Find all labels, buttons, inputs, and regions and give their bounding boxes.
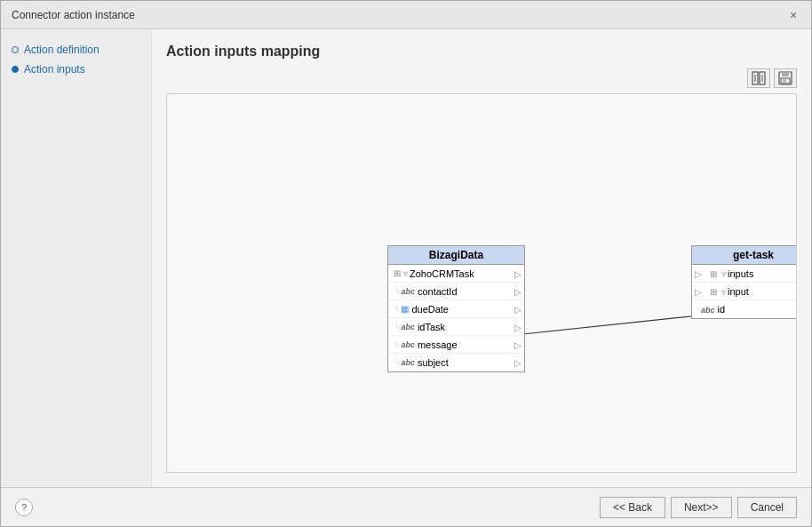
- zohocrm-label: ZohoCRMTask: [410, 268, 474, 279]
- abc-icon-1: abc: [401, 287, 415, 296]
- sidebar-dot-inputs: [12, 66, 19, 73]
- indent-icon-1: └: [394, 287, 399, 296]
- close-button[interactable]: ×: [786, 8, 800, 22]
- input-label: input: [728, 286, 749, 297]
- bizagi-row-subject: └ abc subject ▷: [388, 354, 524, 371]
- arrow-left-icon-1: ▷: [695, 286, 702, 296]
- abc-icon-5: abc: [401, 358, 415, 367]
- sidebar-item-action-inputs[interactable]: Action inputs: [12, 63, 140, 76]
- arrow-left-icon-0: ▷: [695, 268, 702, 278]
- inputs-label: inputs: [728, 268, 753, 279]
- bizagi-row-zohocrm: ⊞ ▿ ZohoCRMTask ▷: [388, 265, 524, 283]
- svg-rect-7: [783, 79, 786, 83]
- bizagi-row-idtask: └ abc idTask ▷: [388, 318, 524, 336]
- input-icon: ⊞ ▿: [710, 286, 728, 297]
- back-button[interactable]: << Back: [600, 497, 665, 518]
- dialog-body: Action definition Action inputs Action i…: [1, 29, 811, 487]
- id-label: id: [718, 304, 726, 315]
- bizagi-header: BizagiData: [388, 246, 524, 265]
- abc-icon-4: abc: [401, 340, 415, 349]
- subject-label: subject: [418, 357, 449, 368]
- bizagi-row-contactid: └ abc contactId ▷: [388, 283, 524, 300]
- mapping-canvas: BizagiData ⊞ ▿ ZohoCRMTask ▷ └ abc conta…: [166, 93, 797, 473]
- page-title: Action inputs mapping: [166, 44, 797, 60]
- arrow-icon-3: ▷: [514, 322, 521, 331]
- indent-icon-2: └: [394, 305, 399, 314]
- bizagi-row-duedate: └ ▦ dueDate ▷: [388, 300, 524, 318]
- columns-button[interactable]: [747, 68, 770, 88]
- duedate-label: dueDate: [411, 304, 449, 315]
- columns-icon: [752, 71, 766, 85]
- expand-icon: ▿: [403, 268, 408, 278]
- footer-buttons: << Back Next>> Cancel: [600, 497, 797, 518]
- dialog-title: Connector action instance: [12, 9, 135, 21]
- save-icon: [778, 71, 792, 85]
- arrow-icon-1: ▷: [514, 286, 521, 296]
- gettask-header: get-task: [692, 246, 797, 265]
- id-icon: abc: [701, 304, 718, 315]
- abc-icon-3: abc: [401, 323, 415, 331]
- main-content: Action inputs mapping: [152, 29, 811, 487]
- gettask-row-input: ▷ ⊞ ▿ input: [692, 283, 797, 300]
- inputs-icon: ⊞ ▿: [710, 268, 728, 279]
- sidebar-dot-definition: [12, 46, 19, 53]
- title-bar: Connector action instance ×: [1, 1, 811, 29]
- contactid-label: contactId: [418, 286, 458, 297]
- abc-icon-id: abc: [701, 306, 715, 315]
- tree-icon: ⊞: [394, 268, 401, 278]
- cal-icon: ▦: [401, 304, 409, 314]
- dialog: Connector action instance × Action defin…: [0, 0, 812, 527]
- indent-icon-3: └: [394, 323, 399, 331]
- arrow-icon-2: ▷: [514, 304, 521, 314]
- footer: ? << Back Next>> Cancel: [1, 487, 811, 526]
- sidebar-item-action-definition[interactable]: Action definition: [12, 44, 140, 56]
- arrow-icon-4: ▷: [514, 339, 521, 349]
- message-label: message: [418, 339, 458, 350]
- save-button[interactable]: [774, 68, 797, 88]
- svg-line-8: [522, 316, 691, 334]
- help-button[interactable]: ?: [15, 499, 33, 516]
- arrow-icon-0: ▷: [514, 268, 521, 278]
- gettask-row-inputs: ▷ ⊞ ▿ inputs: [692, 265, 797, 283]
- next-button[interactable]: Next>>: [671, 497, 732, 518]
- gettask-box: get-task ▷ ⊞ ▿ inputs ▷ ⊞ ▿: [691, 245, 797, 319]
- sidebar: Action definition Action inputs: [1, 29, 152, 487]
- svg-rect-5: [782, 72, 789, 76]
- indent-icon-4: └: [394, 340, 399, 349]
- gettask-row-id: abc id: [692, 300, 797, 318]
- toolbar: [166, 68, 797, 88]
- sidebar-label-inputs: Action inputs: [24, 63, 85, 76]
- arrow-icon-5: ▷: [514, 358, 521, 368]
- sidebar-label-definition: Action definition: [24, 44, 100, 56]
- bizagi-box: BizagiData ⊞ ▿ ZohoCRMTask ▷ └ abc conta…: [387, 245, 525, 372]
- bizagi-row-message: └ abc message ▷: [388, 336, 524, 354]
- cancel-button[interactable]: Cancel: [737, 497, 797, 518]
- indent-icon-5: └: [394, 358, 399, 367]
- idtask-label: idTask: [418, 322, 445, 332]
